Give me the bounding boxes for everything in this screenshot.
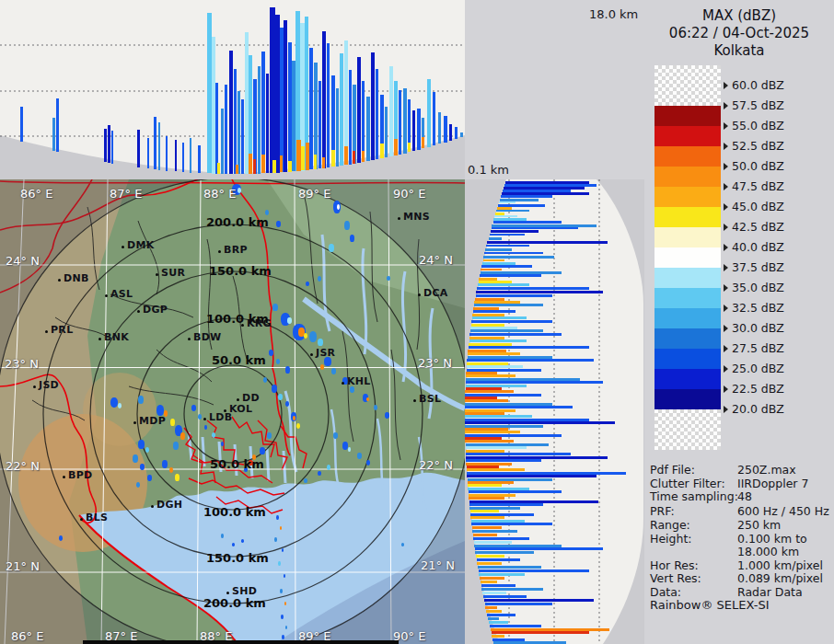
horizontal-profile-bar xyxy=(465,431,520,433)
horizontal-profile-bar xyxy=(478,566,541,569)
vertical-profile-core xyxy=(253,159,256,174)
radar-echo-cell xyxy=(162,460,168,468)
horizontal-profile-bar xyxy=(469,490,562,493)
station-label: BPD xyxy=(68,469,92,481)
horizontal-profile-bar xyxy=(469,339,527,342)
dbz-scale-label: 30.0 dBZ xyxy=(724,321,784,335)
radar-echo-cell xyxy=(287,317,292,324)
station-dot xyxy=(98,338,101,340)
horizontal-profile-bar xyxy=(481,269,502,270)
dbz-color-band xyxy=(654,106,721,126)
horizontal-profile-bar xyxy=(465,440,514,443)
product-title: MAX (dBZ) xyxy=(644,7,834,24)
station-dot xyxy=(398,217,400,220)
radar-echo-cell xyxy=(221,534,224,538)
dbz-scale-label: 35.0 dBZ xyxy=(724,281,784,294)
vertical-profile-bar xyxy=(175,140,177,171)
dbz-scale-label: 37.5 dBZ xyxy=(724,260,784,274)
horizontal-profile-bar xyxy=(477,287,589,290)
scale-arrow-icon xyxy=(724,284,728,292)
vertical-profile-bar xyxy=(52,118,55,151)
grid-coordinate-label: 89° E xyxy=(298,187,330,201)
vertical-profile-core xyxy=(362,151,365,162)
vertical-profile-bar xyxy=(319,81,321,168)
horizontal-profile-bar xyxy=(471,320,552,323)
station-dot xyxy=(137,310,140,313)
horizontal-profile-bar xyxy=(466,374,515,377)
grid-coordinate-label: 90° E xyxy=(393,187,425,201)
radar-echo-cell xyxy=(280,526,282,530)
dbz-scale-label: 55.0 dBZ xyxy=(724,119,784,132)
station-label: JSR xyxy=(316,347,335,359)
dbz-scale-label: 20.0 dBZ xyxy=(724,402,784,416)
vertical-profile-core xyxy=(380,144,384,158)
horizontal-profile-bar xyxy=(483,259,504,261)
station-label: DGH xyxy=(156,499,182,511)
horizontal-profile-bar xyxy=(467,359,594,362)
vertical-profile-bar xyxy=(389,66,393,156)
dbz-color-band xyxy=(654,227,721,247)
scale-arrow-icon xyxy=(724,244,728,251)
vertical-profile-bar xyxy=(460,132,463,137)
vertical-profile-bar xyxy=(137,130,140,167)
radar-application-window: 18.0 km 0.1 km MAX (dBZ) 06:22 / 04-Oct-… xyxy=(0,0,834,644)
grid-coordinate-label: 86° E xyxy=(20,187,52,201)
station-dot xyxy=(58,279,61,282)
radar-echo-cell xyxy=(318,471,321,476)
grid-coordinate-label: 87° E xyxy=(110,187,142,201)
radar-echo-cell xyxy=(140,464,145,470)
scale-arrow-icon xyxy=(724,264,728,271)
horizontal-profile-bar xyxy=(476,294,552,297)
radar-echo-cell xyxy=(59,535,63,541)
vertical-profile-bar xyxy=(403,88,407,154)
scale-arrow-icon xyxy=(724,183,728,190)
radar-echo-cell xyxy=(133,454,138,463)
vertical-profile-bar xyxy=(309,48,313,169)
station-dot xyxy=(203,418,206,420)
radar-echo-cell xyxy=(344,221,350,230)
station-dot xyxy=(151,505,154,508)
radar-echo-cell xyxy=(175,474,180,481)
dbz-scale-label: 22.5 dBZ xyxy=(724,382,784,396)
radar-echo-cell xyxy=(280,589,283,593)
station-label: JSD xyxy=(39,379,59,391)
horizontal-profile-bar xyxy=(466,381,603,384)
metadata-label: PRF: xyxy=(650,504,675,518)
station-dot xyxy=(45,330,48,333)
horizontal-profile-bar xyxy=(470,329,543,332)
range-ring-label: 200.0 km xyxy=(203,596,266,610)
scale-arrow-icon xyxy=(724,365,728,373)
dbz-color-band xyxy=(654,207,721,227)
vertical-profile-bar xyxy=(158,122,160,170)
vertical-profile-core xyxy=(217,163,220,174)
horizontal-profile-bar xyxy=(486,610,502,613)
horizontal-profile-bar xyxy=(473,310,515,313)
radar-echo-cell xyxy=(285,366,290,374)
horizontal-profile-bar xyxy=(481,584,515,587)
station-label: MDP xyxy=(139,415,166,427)
radar-echo-cell xyxy=(348,447,351,452)
radar-echo-cell xyxy=(284,602,286,605)
vertical-profile-core xyxy=(353,151,355,164)
vertical-profile-bar xyxy=(449,124,452,141)
scale-arrow-icon xyxy=(724,345,728,352)
metadata-value: 600 Hz / 450 Hz xyxy=(737,504,829,518)
dbz-scale-label: 42.5 dBZ xyxy=(724,220,784,234)
dbz-color-band xyxy=(654,328,721,349)
horizontal-profile-bar xyxy=(469,503,543,506)
horizontal-profile-bar xyxy=(489,621,508,624)
grid-coordinate-label: 22° N xyxy=(419,458,453,472)
dbz-scale-label: 60.0 dBZ xyxy=(724,78,784,92)
radar-echo-cell xyxy=(198,414,202,420)
radar-echo-cell xyxy=(374,405,377,410)
station-dot xyxy=(413,399,416,402)
radar-echo-cell xyxy=(180,432,185,440)
radar-echo-cell xyxy=(281,615,284,619)
horizontal-profile-bar xyxy=(473,534,497,536)
radar-echo-cell xyxy=(110,397,118,408)
radar-echo-cell xyxy=(173,442,179,450)
vertical-profile-bar xyxy=(215,83,218,174)
vertical-profile-core xyxy=(322,157,325,168)
dbz-color-band xyxy=(654,288,721,308)
radar-echo-cell xyxy=(285,626,287,629)
